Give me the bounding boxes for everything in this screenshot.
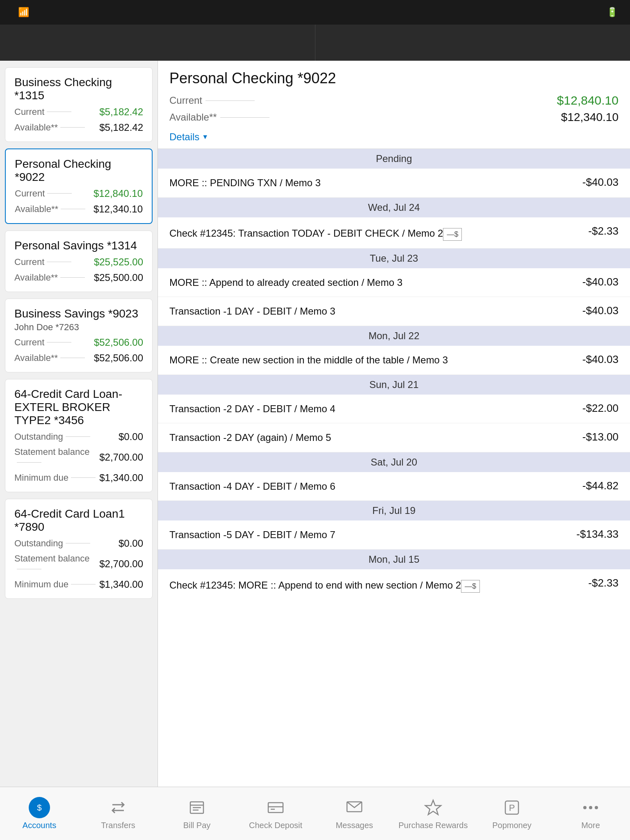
section-header: Tue, Jul 23 bbox=[158, 249, 630, 268]
account-row-label: Minimum due bbox=[14, 579, 99, 590]
transaction-row[interactable]: MORE :: PENDING TXN / Memo 3-$40.03 bbox=[158, 169, 630, 198]
account-row: Available**$12,340.10 bbox=[15, 203, 143, 215]
account-row: Available**$25,500.00 bbox=[14, 272, 143, 283]
nav-right bbox=[315, 25, 630, 61]
tab-item-more[interactable]: More bbox=[551, 797, 630, 830]
account-name-acct4: Business Savings *9023 bbox=[14, 307, 143, 320]
tab-label-billpay: Bill Pay bbox=[183, 821, 211, 830]
tab-item-accounts[interactable]: $Accounts bbox=[0, 797, 79, 830]
transaction-row[interactable]: Transaction -4 DAY - DEBIT / Memo 6-$44.… bbox=[158, 472, 630, 501]
account-row: Current$5,182.42 bbox=[14, 106, 143, 118]
purchaserewards-icon bbox=[422, 797, 444, 818]
account-card-acct2[interactable]: Personal Checking *9022Current$12,840.10… bbox=[5, 148, 153, 224]
tab-item-transfers[interactable]: Transfers bbox=[79, 797, 158, 830]
history-current-row: Current$12,840.10 bbox=[169, 94, 619, 107]
transaction-row[interactable]: Check #12345: Transaction TODAY - DEBIT … bbox=[158, 217, 630, 249]
account-row-label: Statement balance bbox=[14, 553, 99, 575]
transaction-amount: -$40.03 bbox=[582, 353, 619, 366]
transaction-description: Transaction -4 DAY - DEBIT / Memo 6 bbox=[169, 479, 582, 493]
tab-label-accounts: Accounts bbox=[23, 821, 56, 830]
transaction-row[interactable]: Transaction -5 DAY - DEBIT / Memo 7-$134… bbox=[158, 520, 630, 550]
check-image-icon: —$ bbox=[443, 228, 462, 241]
wifi-icon: 📶 bbox=[18, 7, 29, 18]
account-row-value: $5,182.42 bbox=[99, 122, 143, 133]
transaction-description: MORE :: Create new section in the middle… bbox=[169, 353, 582, 367]
tab-item-purchaserewards[interactable]: Purchase Rewards bbox=[394, 797, 472, 830]
transaction-amount: -$40.03 bbox=[582, 276, 619, 288]
account-row: Minimum due$1,340.00 bbox=[14, 472, 143, 484]
section-header: Mon, Jul 15 bbox=[158, 550, 630, 569]
transaction-description: Check #12345: MORE :: Append to end with… bbox=[169, 577, 588, 593]
tab-bar: $AccountsTransfersBill PayCheck DepositM… bbox=[0, 787, 630, 840]
account-card-acct3[interactable]: Personal Savings *1314Current$25,525.00A… bbox=[5, 231, 153, 292]
account-row-label: Current bbox=[14, 337, 94, 348]
account-row-value: $1,340.00 bbox=[99, 472, 143, 484]
section-header: Sun, Jul 21 bbox=[158, 375, 630, 395]
account-row: Statement balance$2,700.00 bbox=[14, 447, 143, 468]
account-row-label: Available** bbox=[15, 204, 94, 215]
tab-label-messages: Messages bbox=[336, 821, 373, 830]
account-row-value: $25,500.00 bbox=[94, 272, 143, 283]
tab-item-messages[interactable]: Messages bbox=[315, 797, 394, 830]
account-card-acct6[interactable]: 64-Credit Card Loan1 *7890Outstanding$0.… bbox=[5, 499, 153, 599]
status-left: 📶 bbox=[12, 7, 29, 18]
account-row: Available**$52,506.00 bbox=[14, 352, 143, 364]
history-account-name: Personal Checking *9022 bbox=[169, 70, 619, 87]
account-card-acct4[interactable]: Business Savings *9023John Doe *7263Curr… bbox=[5, 299, 153, 372]
transaction-row[interactable]: MORE :: Append to already created sectio… bbox=[158, 268, 630, 297]
section-header: Wed, Jul 24 bbox=[158, 198, 630, 217]
account-row: Current$25,525.00 bbox=[14, 256, 143, 268]
account-name-acct5: 64-Credit Card Loan-EXTERL BROKER TYPE2 … bbox=[14, 388, 143, 427]
tab-item-popmoney[interactable]: PPopmoney bbox=[472, 797, 551, 830]
account-row-value: $0.00 bbox=[119, 431, 143, 443]
transaction-amount: -$13.00 bbox=[582, 431, 619, 443]
transaction-amount: -$40.03 bbox=[582, 304, 619, 317]
transaction-amount: -$134.33 bbox=[576, 528, 619, 541]
transaction-amount: -$22.00 bbox=[582, 402, 619, 415]
account-name-acct1: Business Checking *1315 bbox=[14, 76, 143, 102]
transaction-amount: -$2.33 bbox=[588, 225, 619, 237]
account-row-value: $25,525.00 bbox=[94, 256, 143, 268]
account-row-value: $12,840.10 bbox=[94, 188, 143, 199]
tab-label-more: More bbox=[581, 821, 600, 830]
account-row-value: $2,700.00 bbox=[99, 558, 143, 570]
check-image-icon: —$ bbox=[461, 580, 480, 593]
account-name-acct6: 64-Credit Card Loan1 *7890 bbox=[14, 507, 143, 534]
history-current-value: $12,840.10 bbox=[557, 94, 619, 107]
svg-point-14 bbox=[595, 806, 598, 809]
transaction-row[interactable]: Transaction -2 DAY - DEBIT / Memo 4-$22.… bbox=[158, 395, 630, 424]
transaction-row[interactable]: Transaction -1 DAY - DEBIT / Memo 3-$40.… bbox=[158, 297, 630, 326]
transaction-list: PendingMORE :: PENDING TXN / Memo 3-$40.… bbox=[158, 149, 630, 787]
tab-item-checkdeposit[interactable]: Check Deposit bbox=[236, 797, 315, 830]
tab-item-billpay[interactable]: Bill Pay bbox=[158, 797, 236, 830]
transaction-description: Transaction -2 DAY (again) / Memo 5 bbox=[169, 431, 582, 445]
account-card-acct1[interactable]: Business Checking *1315Current$5,182.42A… bbox=[5, 67, 153, 142]
nav-header bbox=[0, 25, 630, 61]
account-row-value: $0.00 bbox=[119, 538, 143, 549]
account-row-label: Current bbox=[14, 107, 99, 117]
svg-text:$: $ bbox=[37, 803, 42, 812]
account-row-label: Outstanding bbox=[14, 431, 119, 442]
account-row-label: Current bbox=[15, 188, 94, 199]
account-card-acct5[interactable]: 64-Credit Card Loan-EXTERL BROKER TYPE2 … bbox=[5, 379, 153, 492]
transaction-description: Transaction -2 DAY - DEBIT / Memo 4 bbox=[169, 402, 582, 416]
account-row-label: Available** bbox=[14, 122, 99, 133]
status-bar: 📶 🔋 bbox=[0, 0, 630, 25]
nav-left bbox=[0, 25, 315, 61]
status-right: 🔋 bbox=[601, 7, 618, 18]
history-current-label: Current bbox=[169, 95, 557, 106]
account-row-label: Current bbox=[14, 257, 94, 267]
transaction-row[interactable]: MORE :: Create new section in the middle… bbox=[158, 346, 630, 375]
section-header: Sat, Jul 20 bbox=[158, 452, 630, 472]
transaction-description: MORE :: Append to already created sectio… bbox=[169, 276, 582, 290]
billpay-icon bbox=[186, 797, 208, 818]
section-header: Pending bbox=[158, 149, 630, 169]
transaction-row[interactable]: Check #12345: MORE :: Append to end with… bbox=[158, 569, 630, 600]
svg-point-12 bbox=[583, 806, 587, 809]
tab-label-purchaserewards: Purchase Rewards bbox=[399, 821, 468, 830]
account-row: Available**$5,182.42 bbox=[14, 122, 143, 133]
transaction-row[interactable]: Transaction -2 DAY (again) / Memo 5-$13.… bbox=[158, 423, 630, 452]
details-link[interactable]: Details ▼ bbox=[169, 127, 208, 148]
transfers-icon bbox=[107, 797, 129, 818]
tab-label-checkdeposit: Check Deposit bbox=[249, 821, 302, 830]
